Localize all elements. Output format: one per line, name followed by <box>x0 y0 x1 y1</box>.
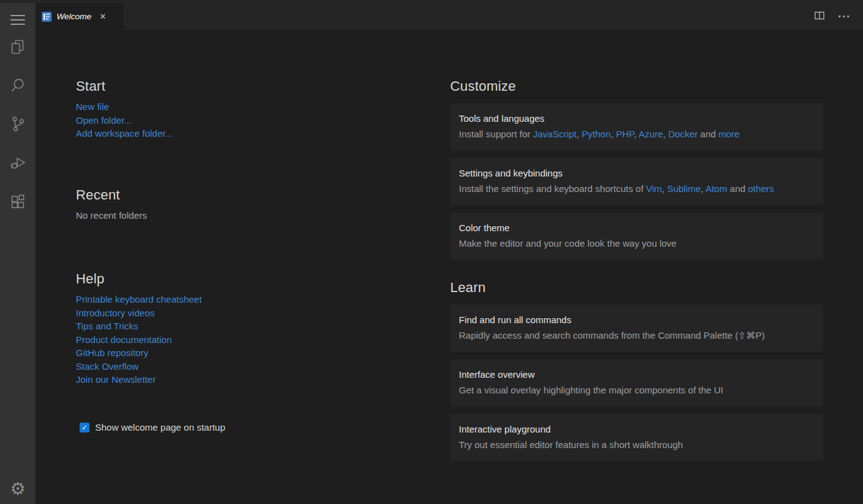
card-description: Try out essential editor features in a s… <box>459 439 815 451</box>
card-interactive-playground[interactable]: Interactive playground Try out essential… <box>450 414 823 461</box>
recent-title: Recent <box>76 187 147 203</box>
learn-title: Learn <box>450 280 823 296</box>
inline-text: Try out essential editor features in a s… <box>459 439 683 450</box>
card-title: Interactive playground <box>459 424 815 434</box>
recent-empty-text: No recent folders <box>76 209 147 222</box>
link-tips-and-tricks[interactable]: Tips and Tricks <box>76 319 202 333</box>
search-icon <box>9 76 27 94</box>
card-interface-overview[interactable]: Interface overview Get a visual overlay … <box>450 359 823 406</box>
help-title: Help <box>76 271 202 287</box>
inline-link[interactable]: Sublime <box>667 183 701 194</box>
hamburger-icon <box>11 24 25 25</box>
customize-title: Customize <box>450 78 823 94</box>
run-debug-icon <box>9 153 27 172</box>
card-title: Tools and languages <box>459 113 815 124</box>
show-welcome-checkbox[interactable]: ✓ <box>80 423 90 433</box>
card-title: Color theme <box>459 222 815 233</box>
inline-text: and <box>727 183 748 194</box>
inline-link[interactable]: Vim <box>646 183 662 194</box>
inline-text: Install support for <box>459 129 533 139</box>
split-editor-button[interactable] <box>814 10 825 24</box>
learn-section: Learn Find and run all commands Rapidly … <box>450 280 823 469</box>
tab-label: Welcome <box>57 12 91 21</box>
link-introductory-videos[interactable]: Introductory videos <box>76 306 202 320</box>
link-keyboard-cheatsheet[interactable]: Printable keyboard cheatsheet <box>76 293 202 306</box>
activity-item-source-control[interactable] <box>8 114 28 134</box>
inline-text: , <box>634 129 639 139</box>
welcome-page-icon <box>42 12 52 22</box>
activity-item-search[interactable] <box>8 75 28 95</box>
card-find-run-commands[interactable]: Find and run all commands Rapidly access… <box>450 305 823 352</box>
inline-text: , <box>662 183 667 194</box>
inline-text: Get a visual overlay highlighting the ma… <box>459 385 723 395</box>
inline-text: Rapidly access and search commands from … <box>459 330 765 341</box>
card-settings-and-keybindings[interactable]: Settings and keybindings Install the set… <box>450 158 823 205</box>
settings-gear-icon[interactable]: ⚙ <box>0 479 35 499</box>
inline-text: , <box>576 129 581 139</box>
card-title: Interface overview <box>459 369 815 380</box>
startup-option: ✓ Show welcome page on startup <box>80 422 225 433</box>
show-welcome-label: Show welcome page on startup <box>95 422 225 433</box>
files-icon <box>9 38 27 56</box>
inline-link[interactable]: Atom <box>706 183 727 194</box>
inline-link[interactable]: JavaScript <box>533 129 576 139</box>
card-description: Make the editor and your code look the w… <box>459 237 815 249</box>
start-title: Start <box>76 78 173 94</box>
card-description: Rapidly access and search commands from … <box>459 329 815 341</box>
activity-bar: ⚙ <box>0 3 35 504</box>
inline-text: , <box>701 183 706 194</box>
more-actions-button[interactable]: ⋯ <box>838 10 851 23</box>
inline-link[interactable]: others <box>748 183 774 194</box>
inline-link[interactable]: PHP <box>616 129 634 139</box>
extensions-icon <box>9 192 27 210</box>
inline-link[interactable]: Azure <box>639 129 663 139</box>
link-new-file[interactable]: New file <box>76 100 173 114</box>
activity-item-extensions[interactable] <box>8 191 28 211</box>
help-section: Help Printable keyboard cheatsheet Intro… <box>76 271 202 387</box>
link-join-newsletter[interactable]: Join our Newsletter <box>76 373 202 387</box>
source-control-branch-icon <box>9 115 27 133</box>
link-add-workspace-folder[interactable]: Add workspace folder... <box>76 127 173 140</box>
inline-text: , <box>663 129 668 139</box>
card-color-theme[interactable]: Color theme Make the editor and your cod… <box>450 213 823 260</box>
hamburger-icon <box>11 19 25 21</box>
hamburger-icon <box>11 15 25 16</box>
recent-section: Recent No recent folders <box>76 187 147 222</box>
card-tools-and-languages[interactable]: Tools and languages Install support for … <box>450 103 823 150</box>
card-description: Get a visual overlay highlighting the ma… <box>459 384 815 396</box>
card-description: Install the settings and keyboard shortc… <box>459 183 815 195</box>
editor-tab-bar: Welcome ✕ ⋯ <box>35 3 863 30</box>
link-open-folder[interactable]: Open folder... <box>76 114 173 127</box>
link-product-documentation[interactable]: Product documentation <box>76 333 202 347</box>
activity-item-explorer[interactable] <box>8 37 28 57</box>
link-stack-overflow[interactable]: Stack Overflow <box>76 360 202 373</box>
customize-section: Customize Tools and languages Install su… <box>450 78 823 267</box>
inline-text: and <box>698 129 718 139</box>
inline-text: Install the settings and keyboard shortc… <box>459 183 646 194</box>
welcome-page: Start New file Open folder... Add worksp… <box>35 30 863 504</box>
tab-close-icon[interactable]: ✕ <box>99 12 106 21</box>
start-section: Start New file Open folder... Add worksp… <box>76 78 173 140</box>
inline-link[interactable]: Python <box>582 129 611 139</box>
tab-welcome[interactable]: Welcome ✕ <box>35 3 123 30</box>
activity-item-run-debug[interactable] <box>8 152 28 172</box>
link-github-repository[interactable]: GitHub repository <box>76 346 202 360</box>
card-title: Find and run all commands <box>459 314 815 325</box>
inline-text: Make the editor and your code look the w… <box>459 238 676 249</box>
card-title: Settings and keybindings <box>459 168 815 178</box>
inline-text: , <box>611 129 616 139</box>
card-description: Install support for JavaScript, Python, … <box>459 128 815 140</box>
split-editor-icon <box>814 10 825 21</box>
inline-link[interactable]: Docker <box>668 129 698 139</box>
menu-button[interactable] <box>11 10 25 30</box>
inline-link[interactable]: more <box>719 129 740 139</box>
